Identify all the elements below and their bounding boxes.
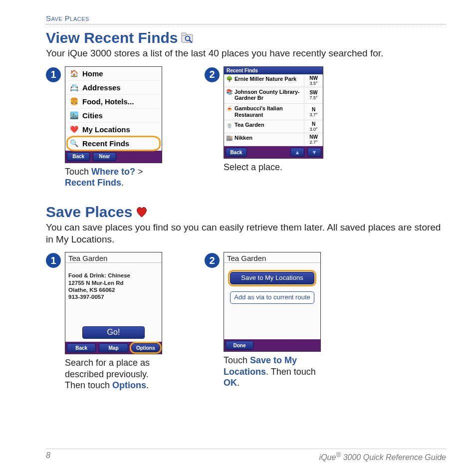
step-caption: Select a place.: [224, 162, 323, 173]
go-button[interactable]: Go!: [82, 326, 145, 339]
device-screen-where-to-menu: 🏠 Home 📇 Addresses 🍔 Food, Hotels... 🏙️ …: [65, 66, 162, 163]
step-bullet-2: 2: [205, 67, 220, 82]
back-button[interactable]: Back: [226, 148, 247, 157]
list-item[interactable]: 🍝Gambucci's Italian Restaurant N3.7°: [224, 104, 323, 120]
near-button[interactable]: Near: [93, 152, 116, 161]
home-icon: 🏠: [69, 69, 78, 77]
menu-item-recent-finds[interactable]: 🔍 Recent Finds: [65, 137, 162, 151]
restaurant-icon: 🍝: [226, 105, 232, 111]
title-text: View Recent Finds: [46, 29, 178, 46]
footer-spacer: [248, 146, 289, 158]
menu-label: Food, Hotels...: [82, 97, 134, 106]
folder-search-icon: [181, 32, 194, 43]
section-title-save-places: Save Places: [46, 204, 446, 221]
menu-item-food-hotels[interactable]: 🍔 Food, Hotels...: [65, 95, 162, 109]
options-button[interactable]: Options: [131, 343, 160, 352]
heart-icon: ❤️: [69, 125, 78, 133]
footer-spacer: [255, 339, 320, 351]
list-item[interactable]: 🍵Tea Garden N3.0°: [224, 120, 323, 133]
menu-item-my-locations[interactable]: ❤️ My Locations: [65, 123, 162, 137]
title-text: Save Places: [46, 204, 132, 221]
list-item[interactable]: 🏬Nikken NW2.7°: [224, 133, 323, 146]
list-item[interactable]: 📚Johnson County Library-Gardner Br SW7.5…: [224, 87, 323, 104]
section-intro: Your iQue 3000 stores a list of the last…: [46, 47, 446, 59]
menu-item-cities[interactable]: 🏙️ Cities: [65, 109, 162, 123]
scroll-down-button[interactable]: ▼: [307, 148, 321, 157]
menu-label: Recent Finds: [82, 139, 129, 148]
recent-icon: 🔍: [69, 139, 78, 147]
guide-title: iQue® 3000 Quick Reference Guide: [319, 451, 446, 462]
cities-icon: 🏙️: [69, 111, 78, 119]
place-title: Tea Garden: [224, 252, 320, 263]
store-icon: 🏬: [226, 135, 232, 141]
library-icon: 📚: [226, 89, 232, 95]
page-header: Save Places: [46, 14, 446, 24]
device-screen-place-detail: Tea Garden Food & Drink: Chinese 12755 N…: [65, 252, 162, 354]
scroll-up-button[interactable]: ▲: [290, 148, 304, 157]
park-icon: 🌳: [226, 76, 232, 82]
map-button[interactable]: Map: [99, 343, 128, 352]
add-as-via-button[interactable]: Add as via to current route: [230, 291, 314, 304]
menu-label: Addresses: [82, 83, 121, 92]
back-button[interactable]: Back: [67, 343, 96, 352]
step-bullet-2: 2: [205, 253, 220, 268]
back-button[interactable]: Back: [67, 152, 90, 161]
section-intro: You can save places you find so you can …: [46, 222, 446, 245]
tea-icon: 🍵: [226, 122, 232, 128]
svg-rect-1: [182, 33, 186, 35]
place-detail-body: Food & Drink: Chinese 12755 N Mur-Len Rd…: [65, 263, 162, 323]
menu-label: My Locations: [82, 125, 130, 134]
list-item[interactable]: 🌳Ernie Miller Nature Park NW3.5°: [224, 74, 323, 87]
step-bullet-1: 1: [46, 67, 61, 82]
menu-item-home[interactable]: 🏠 Home: [65, 67, 162, 81]
step-caption: Search for a place as described previous…: [65, 357, 170, 391]
food-icon: 🍔: [69, 97, 78, 105]
footer-spacer: [118, 151, 162, 163]
page-number: 8: [46, 451, 50, 462]
menu-label: Home: [82, 69, 103, 78]
titlebar: Recent Finds: [224, 67, 323, 74]
addresses-icon: 📇: [69, 83, 78, 91]
place-title: Tea Garden: [65, 252, 162, 263]
page-footer: 8 iQue® 3000 Quick Reference Guide: [46, 449, 446, 462]
done-button[interactable]: Done: [226, 341, 253, 350]
step-caption: Touch Where to? > Recent Finds.: [65, 166, 170, 189]
step-caption: Touch Save to My Locations. Then touch O…: [224, 355, 328, 389]
menu-label: Cities: [82, 111, 103, 120]
heart-icon: [135, 206, 148, 218]
section-title-view-recent-finds: View Recent Finds: [46, 29, 446, 46]
step-bullet-1: 1: [46, 253, 61, 268]
device-screen-recent-finds: Recent Finds 🌳Ernie Miller Nature Park N…: [224, 66, 323, 159]
device-screen-save-options: Tea Garden Save to My Locations Add as v…: [224, 252, 321, 352]
save-to-my-locations-button[interactable]: Save to My Locations: [230, 272, 314, 284]
menu-item-addresses[interactable]: 📇 Addresses: [65, 81, 162, 95]
